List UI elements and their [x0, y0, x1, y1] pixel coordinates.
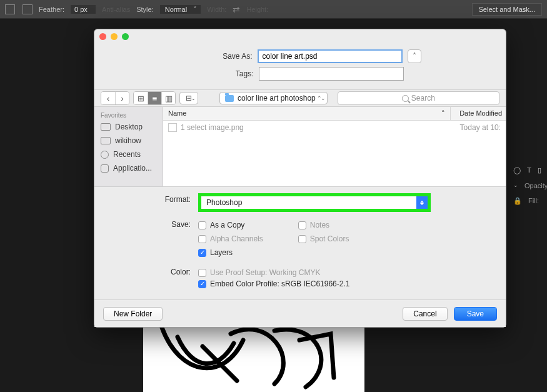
- sort-ascending-icon[interactable]: ˄: [441, 109, 445, 118]
- nav-back-forward: ‹ ›: [101, 91, 129, 105]
- format-select[interactable]: Photoshop: [201, 196, 428, 209]
- zoom-window-icon[interactable]: [122, 33, 129, 40]
- group-by-button[interactable]: ⊟⌄: [179, 92, 198, 104]
- tags-label: Tags:: [113, 69, 254, 78]
- view-icons-button[interactable]: ⊞: [134, 92, 148, 104]
- sidebar-item-wikihow[interactable]: wikihow: [94, 134, 163, 148]
- recents-icon: [101, 151, 109, 159]
- chevron-updown-icon: [416, 196, 428, 209]
- color-options-label: Color:: [104, 266, 198, 276]
- swap-dims-icon: ⇄: [233, 4, 240, 14]
- embed-profile-checkbox[interactable]: Embed Color Profile: sRGB IEC61966-2.1: [198, 279, 496, 288]
- format-label: Format:: [104, 193, 198, 204]
- sidebar-item-recents[interactable]: Recents: [94, 148, 163, 161]
- pixel-layer-icon: ◯: [513, 166, 521, 174]
- document-canvas: [143, 321, 364, 392]
- folder-path-popup[interactable]: color line art photoshop: [219, 92, 328, 104]
- paragraph-icon: ▯: [538, 166, 541, 174]
- cancel-button[interactable]: Cancel: [403, 307, 447, 321]
- fill-label: Fill:: [528, 197, 539, 205]
- collapse-dialog-button[interactable]: ˄: [408, 49, 421, 63]
- file-row[interactable]: 1 select image.png Today at 10:: [163, 121, 506, 134]
- applications-icon: [101, 164, 109, 173]
- feather-label: Feather:: [39, 6, 64, 13]
- sidebar-item-applications[interactable]: Applicatio...: [94, 161, 163, 175]
- finder-sidebar: Favorites Desktop wikihow Recents Applic…: [94, 107, 163, 186]
- search-field[interactable]: Search: [338, 91, 499, 105]
- search-placeholder: Search: [411, 94, 435, 103]
- new-folder-button[interactable]: New Folder: [103, 307, 163, 321]
- marquee-tool-alt-icon[interactable]: [23, 4, 33, 14]
- type-tool-icon: T: [527, 166, 531, 174]
- minimize-window-icon[interactable]: [111, 33, 118, 40]
- save-options-label: Save:: [104, 218, 198, 229]
- folder-icon: [101, 137, 111, 144]
- format-value: Photoshop: [206, 198, 242, 207]
- folder-path-label: color line art photoshop: [238, 94, 316, 103]
- format-highlight: Photoshop: [198, 193, 431, 212]
- ps-options-bar: Feather: 0 px Anti-alias Style: Normal W…: [0, 0, 547, 19]
- save-button[interactable]: Save: [454, 307, 497, 321]
- ps-properties-panel: ◯ T ▯ ⌄Opacity: 🔒Fill:: [508, 163, 547, 209]
- select-and-mask-button[interactable]: Select and Mask...: [472, 3, 543, 16]
- window-titlebar: [94, 29, 506, 43]
- file-list: Name˄ Date Modified 1 select image.png T…: [163, 107, 506, 186]
- view-list-button[interactable]: ≡: [148, 92, 161, 104]
- chevron-down-icon[interactable]: ⌄: [513, 182, 518, 189]
- spot-colors-checkbox: Spot Colors: [298, 234, 349, 243]
- tags-input[interactable]: [259, 67, 404, 81]
- save-as-input[interactable]: [258, 49, 403, 63]
- notes-checkbox: Notes: [298, 221, 349, 229]
- style-select[interactable]: Normal: [160, 5, 201, 14]
- feather-input[interactable]: 0 px: [71, 5, 96, 14]
- save-dialog: Save As: ˄ Tags: ‹ › ⊞ ≡ ▥ ⊟⌄ color line…: [94, 29, 506, 328]
- column-name[interactable]: Name: [168, 109, 186, 118]
- lock-icon[interactable]: 🔒: [513, 197, 522, 205]
- width-label: Width:: [207, 6, 226, 13]
- file-date: Today at 10:: [460, 123, 501, 132]
- column-date[interactable]: Date Modified: [451, 107, 506, 120]
- opacity-label: Opacity:: [524, 182, 547, 189]
- desktop-icon: [101, 123, 111, 131]
- nav-back-button[interactable]: ‹: [101, 92, 115, 104]
- file-icon: [168, 123, 177, 132]
- style-label: Style:: [136, 6, 154, 13]
- sidebar-header: Favorites: [94, 109, 163, 120]
- as-a-copy-checkbox[interactable]: As a Copy: [198, 221, 263, 229]
- marquee-tool-icon[interactable]: [5, 4, 15, 14]
- view-columns-button[interactable]: ▥: [161, 92, 175, 104]
- file-name: 1 select image.png: [181, 123, 244, 132]
- use-proof-setup-checkbox: Use Proof Setup: Working CMYK: [198, 268, 496, 277]
- folder-icon: [225, 95, 234, 102]
- alpha-channels-checkbox: Alpha Channels: [198, 234, 263, 243]
- finder-toolbar: ‹ › ⊞ ≡ ▥ ⊟⌄ color line art photoshop Se…: [94, 89, 506, 107]
- close-window-icon[interactable]: [99, 33, 106, 40]
- nav-forward-button[interactable]: ›: [115, 92, 129, 104]
- height-label: Height:: [246, 6, 268, 13]
- view-mode-segment: ⊞ ≡ ▥: [133, 91, 176, 105]
- layers-checkbox[interactable]: Layers: [198, 248, 263, 257]
- save-as-label: Save As:: [112, 52, 253, 61]
- dialog-footer: New Folder Cancel Save: [94, 299, 506, 327]
- search-icon: [402, 95, 409, 102]
- sidebar-item-desktop[interactable]: Desktop: [94, 120, 163, 134]
- antialias-checkbox: Anti-alias: [102, 6, 130, 13]
